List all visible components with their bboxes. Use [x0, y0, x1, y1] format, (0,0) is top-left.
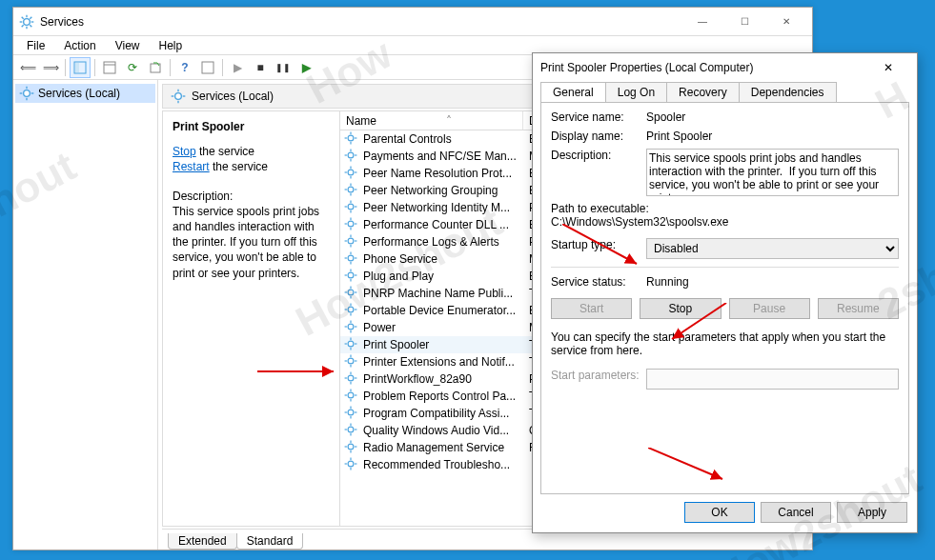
start-service-button[interactable]: [227, 57, 248, 78]
gear-icon: [344, 337, 359, 352]
svg-point-25: [348, 135, 354, 141]
forward-button[interactable]: [40, 57, 61, 78]
export-button[interactable]: [145, 57, 166, 78]
svg-point-20: [175, 93, 182, 100]
svg-point-80: [348, 324, 354, 330]
column-name[interactable]: Name˄: [340, 111, 523, 130]
dialog-titlebar[interactable]: Print Spooler Properties (Local Computer…: [533, 53, 917, 82]
service-name: Peer Networking Grouping: [363, 184, 498, 197]
svg-point-85: [348, 341, 354, 347]
label-startup-type: Startup type:: [551, 238, 646, 251]
service-name: Printer Extensions and Notif...: [363, 355, 515, 369]
menu-help[interactable]: Help: [152, 37, 191, 54]
resume-button: Resume: [818, 298, 899, 319]
svg-point-55: [348, 238, 354, 244]
gear-icon: [344, 320, 359, 335]
value-service-name: Spooler: [646, 110, 899, 124]
minimize-button[interactable]: —: [682, 9, 722, 35]
menu-action[interactable]: Action: [56, 37, 103, 54]
properties-dialog: Print Spooler Properties (Local Computer…: [532, 52, 918, 533]
pause-service-button[interactable]: [273, 57, 294, 78]
svg-line-5: [22, 16, 24, 18]
apply-button[interactable]: Apply: [837, 502, 907, 523]
menu-file[interactable]: File: [19, 37, 52, 54]
gear-icon: [344, 406, 359, 421]
gear-icon: [344, 200, 359, 215]
stop-button[interactable]: Stop: [640, 298, 721, 319]
cancel-button[interactable]: Cancel: [761, 502, 831, 523]
gear-icon: [344, 389, 359, 404]
restart-service-button[interactable]: [295, 57, 316, 78]
gear-icon: [171, 89, 186, 104]
label-description: Description:: [551, 149, 646, 162]
svg-point-95: [348, 375, 354, 381]
svg-rect-10: [75, 63, 79, 72]
tab-recovery[interactable]: Recovery: [666, 82, 740, 102]
svg-point-40: [348, 187, 354, 192]
description-textarea[interactable]: [646, 149, 899, 196]
description-label: Description:: [173, 189, 330, 204]
right-pane-title: Services (Local): [192, 90, 274, 103]
tree-item-services-local[interactable]: Services (Local): [15, 84, 155, 103]
restart-service-link[interactable]: Restart: [173, 160, 210, 173]
gear-icon: [344, 234, 359, 250]
window-title: Services: [40, 15, 84, 29]
maximize-button[interactable]: ☐: [724, 9, 764, 35]
gear-icon: [344, 251, 359, 267]
value-service-status: Running: [646, 275, 899, 289]
svg-rect-14: [202, 62, 213, 73]
gear-icon: [19, 86, 34, 101]
service-name: Recommended Troublesho...: [363, 458, 510, 471]
service-name: Power: [363, 321, 396, 334]
service-name: Peer Name Resolution Prot...: [363, 167, 512, 180]
start-button: Start: [551, 298, 632, 319]
svg-point-75: [348, 307, 354, 312]
gear-icon: [344, 286, 359, 301]
stop-service-button[interactable]: [250, 57, 271, 78]
gear-icon: [344, 166, 359, 181]
tree-item-label: Services (Local): [38, 87, 120, 100]
svg-line-7: [22, 25, 24, 27]
service-name: Print Spooler: [363, 338, 429, 351]
startup-type-select[interactable]: Disabled: [646, 238, 899, 259]
service-name: Program Compatibility Assi...: [363, 407, 509, 420]
tab-logon[interactable]: Log On: [605, 82, 667, 102]
label-service-name: Service name:: [551, 110, 646, 124]
tab-standard[interactable]: Standard: [236, 533, 304, 550]
gear-icon: [344, 457, 359, 472]
gear-icon: [344, 440, 359, 455]
service-name: PrintWorkflow_82a90: [363, 372, 472, 386]
label-service-status: Service status:: [551, 275, 646, 289]
back-button[interactable]: [17, 57, 38, 78]
titlebar[interactable]: Services — ☐ ✕: [13, 8, 812, 36]
svg-point-30: [348, 152, 354, 158]
tab-extended[interactable]: Extended: [168, 533, 237, 550]
description-panel: Print Spooler Stop the service Restart t…: [163, 111, 340, 526]
show-tree-button[interactable]: [70, 57, 91, 78]
svg-point-105: [348, 410, 354, 415]
stop-service-link[interactable]: Stop: [173, 145, 196, 158]
service-name: Radio Management Service: [363, 441, 504, 454]
toolbar-icon[interactable]: [197, 57, 218, 78]
svg-point-70: [348, 290, 354, 295]
svg-point-45: [348, 204, 354, 210]
start-params-note: You can specify the start parameters tha…: [551, 330, 899, 357]
service-name: Performance Logs & Alerts: [363, 235, 499, 249]
menu-view[interactable]: View: [108, 37, 148, 54]
gear-icon: [344, 423, 359, 438]
tab-general[interactable]: General: [540, 82, 606, 102]
svg-point-65: [348, 272, 354, 278]
properties-button[interactable]: [99, 57, 120, 78]
svg-point-120: [348, 461, 354, 467]
ok-button[interactable]: OK: [684, 502, 755, 523]
refresh-button[interactable]: ⟳: [122, 57, 143, 78]
help-button[interactable]: ?: [174, 57, 195, 78]
svg-point-115: [348, 444, 354, 450]
tab-dependencies[interactable]: Dependencies: [739, 82, 837, 102]
svg-line-8: [30, 16, 31, 18]
svg-point-90: [348, 358, 354, 364]
gear-icon: [344, 371, 359, 387]
dialog-close-button[interactable]: ✕: [867, 54, 909, 81]
svg-point-0: [24, 18, 30, 25]
close-button[interactable]: ✕: [766, 9, 806, 35]
